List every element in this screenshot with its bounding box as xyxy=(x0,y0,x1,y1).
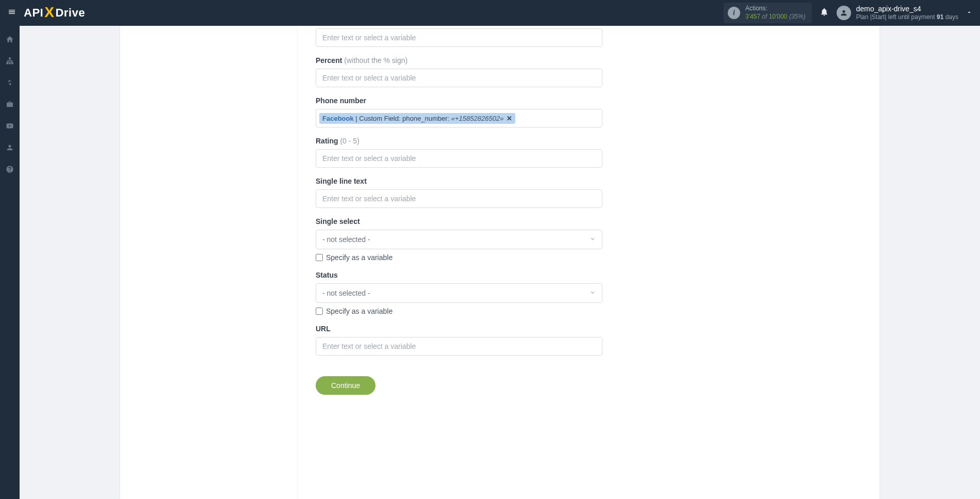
single-select-value: - not selected - xyxy=(322,235,370,244)
top-input[interactable] xyxy=(316,28,602,47)
field-single-line: Single line text xyxy=(316,177,847,208)
chevron-down-icon[interactable] xyxy=(966,9,972,17)
chevron-down-icon xyxy=(590,289,596,297)
help-icon[interactable] xyxy=(0,165,20,175)
single-select-specify-checkbox[interactable] xyxy=(316,254,323,261)
logo-text-x: X xyxy=(44,4,54,21)
status-dropdown[interactable]: - not selected - xyxy=(316,283,602,303)
header-right: i Actions: 3'457 of 10'000 (35%) demo_ap… xyxy=(724,3,972,23)
field-status: Status - not selected - Specify as a var… xyxy=(316,271,847,315)
svg-rect-3 xyxy=(11,62,13,64)
svg-rect-2 xyxy=(9,62,10,64)
token-remove-icon[interactable]: ✕ xyxy=(507,115,512,122)
briefcase-icon[interactable] xyxy=(0,100,20,110)
field-top xyxy=(316,28,847,47)
phone-input[interactable]: Facebook | Custom Field: phone_number: «… xyxy=(316,109,602,127)
user-icon[interactable] xyxy=(0,143,20,154)
sidebar xyxy=(0,26,20,499)
single-select-dropdown[interactable]: - not selected - xyxy=(316,230,602,249)
chevron-down-icon xyxy=(590,236,596,244)
token-content: Facebook | Custom Field: phone_number: «… xyxy=(322,115,503,122)
avatar-icon xyxy=(837,6,851,20)
single-select-label: Single select xyxy=(316,217,847,226)
field-percent: Percent (without the % sign) xyxy=(316,56,847,87)
logo-text-drive: Drive xyxy=(55,6,85,20)
url-input[interactable] xyxy=(316,337,602,356)
user-name: demo_apix-drive_s4 xyxy=(856,4,958,13)
info-icon: i xyxy=(728,7,740,19)
brand-logo[interactable]: API X Drive xyxy=(24,5,85,21)
svg-rect-0 xyxy=(9,57,11,59)
single-select-specify-label: Specify as a variable xyxy=(326,253,393,262)
user-info: demo_apix-drive_s4 Plan |Start| left unt… xyxy=(856,4,958,22)
field-url: URL xyxy=(316,325,847,356)
single-line-input[interactable] xyxy=(316,189,602,208)
rating-input[interactable] xyxy=(316,149,602,168)
status-specify-label: Specify as a variable xyxy=(326,307,393,315)
rating-label: Rating (0 - 5) xyxy=(316,137,847,145)
actions-label: Actions: xyxy=(745,5,806,13)
single-line-label: Single line text xyxy=(316,177,847,185)
left-spacer xyxy=(120,26,298,499)
logo-text-api: API xyxy=(24,6,43,20)
youtube-icon[interactable] xyxy=(0,122,20,132)
field-single-select: Single select - not selected - Specify a… xyxy=(316,217,847,262)
app-header: API X Drive i Actions: 3'457 of 10'000 (… xyxy=(0,0,980,26)
status-specify-checkbox[interactable] xyxy=(316,308,323,315)
notifications-icon[interactable] xyxy=(820,7,829,19)
actions-counter: 3'457 of 10'000 (35%) xyxy=(745,13,806,21)
user-menu[interactable]: demo_apix-drive_s4 Plan |Start| left unt… xyxy=(837,4,958,22)
continue-button[interactable]: Continue xyxy=(316,376,375,395)
form-area: Percent (without the % sign) Phone numbe… xyxy=(298,26,865,499)
actions-badge[interactable]: i Actions: 3'457 of 10'000 (35%) xyxy=(724,3,812,23)
url-label: URL xyxy=(316,325,847,333)
percent-label: Percent (without the % sign) xyxy=(316,56,847,65)
home-icon[interactable] xyxy=(0,35,20,45)
status-label: Status xyxy=(316,271,847,279)
dollar-icon[interactable] xyxy=(0,78,20,89)
single-select-specify-row: Specify as a variable xyxy=(316,253,847,262)
sitemap-icon[interactable] xyxy=(0,57,20,67)
menu-toggle-icon[interactable] xyxy=(8,8,16,19)
status-value: - not selected - xyxy=(322,289,370,297)
field-phone: Phone number Facebook | Custom Field: ph… xyxy=(316,96,847,127)
user-plan: Plan |Start| left until payment 91 days xyxy=(856,13,958,22)
field-rating: Rating (0 - 5) xyxy=(316,137,847,168)
status-specify-row: Specify as a variable xyxy=(316,307,847,315)
percent-input[interactable] xyxy=(316,69,602,87)
main-wrap: Percent (without the % sign) Phone numbe… xyxy=(20,26,980,499)
phone-token: Facebook | Custom Field: phone_number: «… xyxy=(319,113,515,124)
svg-rect-1 xyxy=(6,62,8,64)
content-panel: Percent (without the % sign) Phone numbe… xyxy=(120,26,879,499)
actions-text: Actions: 3'457 of 10'000 (35%) xyxy=(745,5,806,21)
phone-label: Phone number xyxy=(316,96,847,105)
